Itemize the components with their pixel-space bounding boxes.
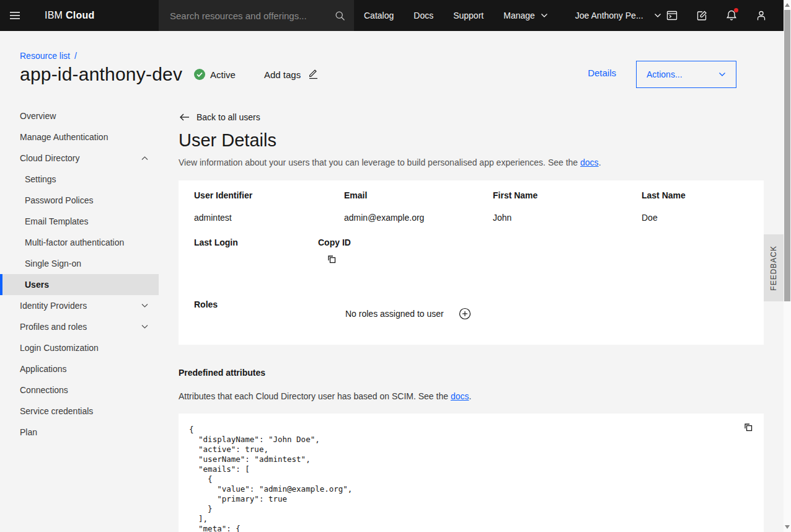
sidebar-item-password-polices[interactable]: Password Polices (0, 190, 159, 211)
sidebar-item-label: Single Sign-on (25, 259, 81, 268)
user-identifier-label: User Identifier (194, 190, 252, 200)
page-title: app-id-anthony-dev (20, 64, 182, 85)
notifications-icon[interactable] (717, 0, 746, 31)
nav-manage[interactable]: Manage (493, 0, 558, 31)
sidebar-item-single-sign-on[interactable]: Single Sign-on (0, 253, 159, 274)
sidebar-item-label: Profiles and roles (20, 322, 87, 332)
avatar-icon[interactable] (746, 0, 776, 31)
nav-catalog[interactable]: Catalog (354, 0, 404, 31)
sidebar-item-manage-authentication[interactable]: Manage Authentication (0, 126, 159, 148)
add-tags-button[interactable]: Add tags (264, 69, 319, 81)
scrollbar-down-arrow[interactable] (785, 525, 790, 529)
chevron-down-icon (718, 72, 726, 77)
feedback-label: FEEDBACK (769, 246, 778, 291)
description-text: View information about your users that y… (179, 157, 580, 167)
user-details-title: User Details (179, 130, 276, 151)
breadcrumb-resource-list[interactable]: Resource list (20, 51, 70, 61)
scrollbar-thumb[interactable] (784, 10, 790, 301)
sidebar-item-service-credentials[interactable]: Service credentials (0, 401, 159, 422)
first-name-label: First Name (493, 190, 537, 200)
sidebar-item-identity-providers[interactable]: Identity Providers (0, 295, 159, 316)
breadcrumb-separator: / (74, 51, 77, 61)
sidebar-item-applications[interactable]: Applications (0, 358, 159, 379)
scim-json-codeblock: { "displayName": "John Doe", "active": t… (179, 414, 764, 532)
predef-description-period: . (469, 391, 471, 401)
sidebar-item-login-customization[interactable]: Login Customization (0, 337, 159, 358)
sidebar-item-overview[interactable]: Overview (0, 105, 159, 126)
page-scrollbar[interactable] (784, 0, 791, 532)
add-role-icon[interactable] (459, 308, 471, 320)
predefined-attributes-description: Attributes that each Cloud Directory use… (179, 391, 471, 401)
chevron-down-icon (141, 324, 149, 329)
menu-icon[interactable] (0, 0, 30, 31)
first-name-value: John (493, 213, 511, 223)
sidebar-item-email-templates[interactable]: Email Templates (0, 211, 159, 232)
sidebar-item-label: Overview (20, 111, 56, 121)
status-label: Active (210, 69, 236, 80)
description-period: . (599, 157, 601, 167)
sidebar-item-label: Cloud Directory (20, 153, 79, 163)
nav-docs[interactable]: Docs (404, 0, 443, 31)
copy-id-label: Copy ID (318, 237, 351, 247)
sidebar-item-users[interactable]: Users (0, 274, 159, 295)
nav-support[interactable]: Support (443, 0, 493, 31)
docs-link[interactable]: docs (451, 391, 469, 401)
sidebar-item-multi-factor-authentication[interactable]: Multi-factor authentication (0, 232, 159, 253)
sidebar-item-connections[interactable]: Connections (0, 379, 159, 401)
sidebar-item-label: Service credentials (20, 406, 93, 416)
copy-code-icon[interactable] (743, 422, 754, 433)
header-icon-group (657, 0, 776, 31)
brand-prefix: IBM (45, 10, 63, 21)
nav-catalog-label: Catalog (364, 11, 394, 20)
user-identifier-value: admintest (194, 213, 232, 223)
sidebar-item-label: Multi-factor authentication (25, 237, 124, 247)
sidebar-item-settings[interactable]: Settings (0, 169, 159, 190)
docs-link[interactable]: docs (580, 157, 599, 167)
status-badge: Active (194, 69, 236, 80)
nav-docs-label: Docs (413, 11, 433, 20)
header-nav: Catalog Docs Support Manage Joe Anthony … (354, 0, 671, 31)
feedback-tab[interactable]: FEEDBACK (764, 234, 784, 301)
email-label: Email (344, 190, 367, 200)
predef-description-text: Attributes that each Cloud Directory use… (179, 391, 451, 401)
account-name: Joe Anthony Pe... (575, 11, 643, 20)
sidebar-item-cloud-directory[interactable]: Cloud Directory (0, 148, 159, 169)
sidebar-item-profiles-and-roles[interactable]: Profiles and roles (0, 316, 159, 337)
roles-label: Roles (194, 299, 218, 309)
sidebar-item-label: Identity Providers (20, 301, 87, 311)
back-to-all-users-link[interactable]: Back to all users (180, 112, 260, 122)
edit-feedback-icon[interactable] (687, 0, 717, 31)
global-search[interactable] (159, 0, 354, 31)
sidebar-item-plan[interactable]: Plan (0, 422, 159, 443)
notification-badge (734, 8, 738, 12)
web-terminal-icon[interactable] (657, 0, 687, 31)
chevron-up-icon (141, 156, 149, 161)
sidebar-item-label: Applications (20, 364, 67, 374)
edit-tags-icon[interactable] (307, 69, 319, 81)
chevron-down-icon (141, 303, 149, 308)
sidebar-item-label: Plan (20, 427, 37, 437)
sidebar-nav: Overview Manage Authentication Cloud Dir… (0, 105, 159, 443)
sidebar-item-label: Password Polices (25, 195, 94, 205)
last-name-label: Last Name (642, 190, 686, 200)
ibm-cloud-logo[interactable]: IBM Cloud (45, 0, 94, 31)
details-link[interactable]: Details (588, 68, 616, 78)
sidebar-item-label: Login Customization (20, 343, 99, 353)
search-input[interactable] (169, 10, 335, 22)
last-name-value: Doe (642, 213, 658, 223)
status-check-icon (194, 69, 205, 80)
copy-id-icon[interactable] (326, 254, 337, 265)
actions-dropdown[interactable]: Actions... (636, 61, 736, 88)
nav-support-label: Support (453, 11, 484, 20)
roles-empty-text: No roles assigned to user (345, 309, 444, 319)
arrow-left-icon (180, 113, 190, 121)
scrollbar-up-arrow[interactable] (785, 3, 790, 7)
back-link-label: Back to all users (197, 112, 260, 122)
sidebar-item-label: Connections (20, 385, 68, 395)
sidebar-item-label: Settings (25, 174, 56, 184)
scim-json-code: { "displayName": "John Doe", "active": t… (179, 414, 764, 532)
sidebar-item-label: Email Templates (25, 216, 88, 226)
sidebar-item-label: Manage Authentication (20, 132, 108, 142)
account-switcher[interactable]: Joe Anthony Pe... (565, 0, 671, 31)
search-icon[interactable] (335, 11, 345, 21)
